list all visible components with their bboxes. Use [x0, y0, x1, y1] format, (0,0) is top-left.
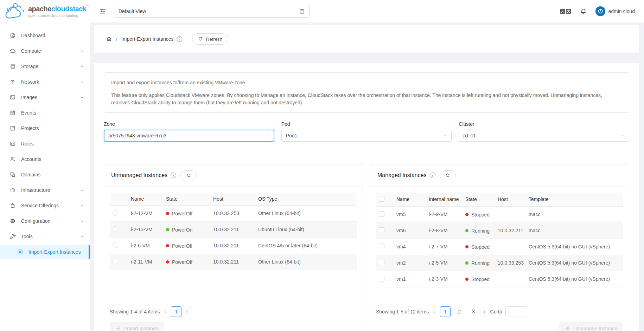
page-button[interactable]: 2 — [454, 306, 465, 317]
idcard-icon — [9, 141, 16, 147]
table-row[interactable]: vm5i-2-9-VMStoppedmacc — [376, 206, 623, 222]
table-row[interactable]: i-2-6-VMPowerOff10.0.32.211CentOS 4/5 or… — [110, 238, 357, 254]
project-icon — [9, 125, 16, 131]
row-radio[interactable] — [113, 242, 118, 248]
translate-icon[interactable]: A 文 — [560, 9, 571, 14]
unmanaged-refresh-button[interactable] — [180, 170, 197, 180]
refresh-button[interactable]: Refresh — [192, 33, 229, 45]
home-icon[interactable] — [106, 36, 112, 42]
cloud-icon — [9, 48, 16, 54]
cluster-select[interactable]: p1-c1 — [459, 130, 629, 142]
cell-host — [495, 239, 526, 255]
next-page-icon[interactable] — [185, 310, 189, 314]
goto-page-input[interactable] — [505, 306, 527, 317]
refresh-label: Refresh — [206, 37, 223, 42]
status-dot — [465, 278, 468, 281]
chevron-down-icon — [266, 134, 270, 138]
cell-template: macc — [526, 222, 623, 239]
status-dot — [465, 245, 468, 248]
cell-state: PowerOff — [163, 238, 210, 254]
cell-internal-name: i-2-7-VM — [426, 239, 463, 255]
table-row[interactable]: vm4i-2-7-VMStoppedCentOS 5.3(64-bit) no … — [376, 239, 623, 255]
unmanage-instance-button[interactable]: Unmanage Instance — [559, 323, 623, 331]
cell-internal-name: i-2-8-VM — [426, 222, 463, 239]
sidebar-item-images[interactable]: Images — [0, 90, 90, 104]
table-row[interactable]: vm6i-2-8-VMRunning10.0.32.211macc — [376, 222, 623, 239]
row-checkbox[interactable] — [379, 211, 384, 217]
sidebar-item-roles[interactable]: Roles — [0, 137, 90, 151]
page-button[interactable]: 3 — [468, 306, 479, 317]
page-button-current[interactable]: 1 — [171, 306, 181, 317]
view-select[interactable]: Default View — [114, 5, 310, 18]
status-dot — [166, 244, 169, 247]
sidebar-item-infrastructure[interactable]: Infrastructure — [0, 183, 90, 197]
cell-os-type: Other Linux (64-bit) — [255, 205, 357, 221]
previous-page-icon[interactable] — [163, 310, 167, 314]
sidebar-menu: DashboardComputeStorageNetworkImagesEven… — [0, 22, 90, 331]
row-radio[interactable] — [113, 259, 118, 264]
help-question-icon[interactable]: ? — [177, 36, 182, 42]
cell-internal-name: i-2-3-VM — [426, 271, 463, 287]
next-page-icon[interactable] — [482, 310, 486, 314]
chevron-down-icon — [80, 204, 84, 208]
sidebar-item-configuration[interactable]: Configuration — [0, 214, 90, 228]
sidebar-item-dashboard[interactable]: Dashboard — [0, 28, 90, 43]
notifications-bell-icon[interactable] — [580, 8, 587, 15]
sidebar-item-label: Network — [21, 79, 39, 85]
managed-refresh-button[interactable] — [440, 170, 456, 180]
pod-filter: Pod Pod1 — [281, 121, 452, 142]
user-menu[interactable]: admin cloud — [595, 6, 635, 16]
sidebar-item-projects[interactable]: Projects — [0, 121, 90, 135]
status-dot — [166, 212, 169, 215]
select-all-checkbox[interactable] — [379, 196, 384, 202]
sidebar-item-network[interactable]: Network — [0, 75, 90, 89]
cell-state: Running — [463, 255, 495, 271]
table-row[interactable]: i-2-11-VMPowerOff10.0.32.211Other Linux … — [110, 254, 357, 270]
table-row[interactable]: vm1i-2-3-VMStoppedCentOS 5.3(64-bit) no … — [376, 271, 623, 287]
column-header: Internal name — [426, 193, 463, 207]
column-header: Host — [210, 193, 255, 206]
app-root: apachecloudstack™ open source cloud comp… — [0, 0, 644, 331]
row-radio[interactable] — [113, 226, 118, 232]
table-row[interactable]: i-2-15-VMPowerOn10.0.32.211Ubuntu Linux … — [110, 221, 357, 238]
row-checkbox[interactable] — [379, 227, 384, 233]
brand-secondary: cloudstack — [51, 5, 86, 13]
menu-fold-icon[interactable] — [99, 8, 106, 15]
translate-a-glyph: A — [560, 9, 565, 14]
sidebar-item-import-export-instances[interactable]: Import-Export Instances — [0, 245, 90, 259]
import-instance-button[interactable]: Import Instance — [110, 323, 164, 331]
cell-host: 10.0.32.211 — [210, 238, 255, 254]
chevron-down-icon — [443, 134, 447, 138]
sidebar-item-compute[interactable]: Compute — [0, 44, 90, 58]
sidebar-item-events[interactable]: Events — [0, 106, 90, 120]
sidebar-item-tools[interactable]: Tools — [0, 229, 90, 244]
table-row[interactable]: i-2-12-VMPowerOff10.0.33.253Other Linux … — [110, 205, 357, 221]
info-icon[interactable]: i — [430, 173, 435, 178]
row-select-cell — [376, 222, 394, 239]
pod-select[interactable]: Pod1 — [281, 130, 452, 142]
managed-panel-title: Managed Instances — [377, 172, 427, 179]
feature-description: Import and export instances to/from an e… — [104, 72, 629, 113]
row-checkbox[interactable] — [379, 244, 384, 249]
table-header-row: NameInternal nameStateHostTemplate — [376, 193, 623, 207]
reload-icon — [445, 173, 450, 178]
description-paragraph-2: This feature only applies Cloudstack VMw… — [111, 92, 622, 106]
sidebar-item-service-offerings[interactable]: Service Offerings — [0, 199, 90, 213]
cell-state: Stopped — [463, 271, 495, 287]
project-switch-icon[interactable] — [299, 8, 305, 14]
topbar-right: A 文 admin cloud — [560, 6, 635, 16]
cell-host: 10.0.32.211 — [210, 221, 255, 238]
row-radio[interactable] — [113, 210, 118, 216]
row-checkbox[interactable] — [379, 260, 384, 265]
sidebar-item-domains[interactable]: Domains — [0, 168, 90, 182]
page-button-current[interactable]: 1 — [440, 306, 451, 317]
previous-page-icon[interactable] — [432, 310, 436, 314]
row-checkbox[interactable] — [379, 276, 384, 281]
cell-os-type: Ubuntu Linux (64-bit) — [255, 221, 357, 238]
zone-select[interactable]: pr5075-t943-vmware-67u3 — [104, 130, 274, 142]
sidebar-item-storage[interactable]: Storage — [0, 59, 90, 73]
table-row[interactable]: vm2i-2-5-VMRunning10.0.33.253CentOS 5.3(… — [376, 255, 623, 271]
cell-name: i-2-12-VM — [128, 205, 163, 221]
info-icon[interactable]: i — [171, 173, 176, 178]
sidebar-item-accounts[interactable]: Accounts — [0, 152, 90, 166]
